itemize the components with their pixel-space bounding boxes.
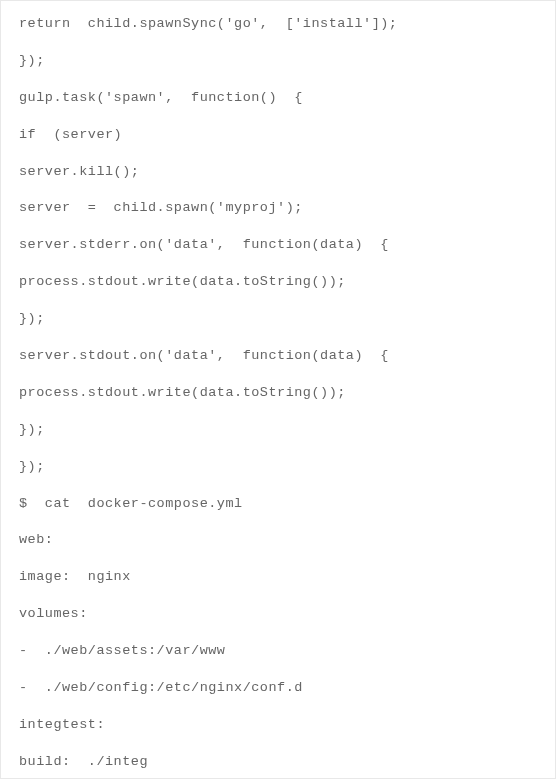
code-line: integtest:	[19, 716, 537, 735]
code-line: process.stdout.write(data.toString());	[19, 384, 537, 403]
code-line: if (server)	[19, 126, 537, 145]
code-line: server = child.spawn('myproj');	[19, 199, 537, 218]
code-line: return child.spawnSync('go', ['install']…	[19, 15, 537, 34]
code-line: server.stdout.on('data', function(data) …	[19, 347, 537, 366]
code-line: web:	[19, 531, 537, 550]
code-line: });	[19, 421, 537, 440]
code-line: - ./web/config:/etc/nginx/conf.d	[19, 679, 537, 698]
code-line: - ./web/assets:/var/www	[19, 642, 537, 661]
code-line: server.stderr.on('data', function(data) …	[19, 236, 537, 255]
code-line: build: ./integ	[19, 753, 537, 772]
code-line: server.kill();	[19, 163, 537, 182]
code-line: });	[19, 310, 537, 329]
code-line: volumes:	[19, 605, 537, 624]
code-line: process.stdout.write(data.toString());	[19, 273, 537, 292]
code-block: return child.spawnSync('go', ['install']…	[19, 15, 537, 779]
code-line: });	[19, 458, 537, 477]
code-line: });	[19, 52, 537, 71]
code-line: image: nginx	[19, 568, 537, 587]
code-line: $ cat docker-compose.yml	[19, 495, 537, 514]
code-line: gulp.task('spawn', function() {	[19, 89, 537, 108]
